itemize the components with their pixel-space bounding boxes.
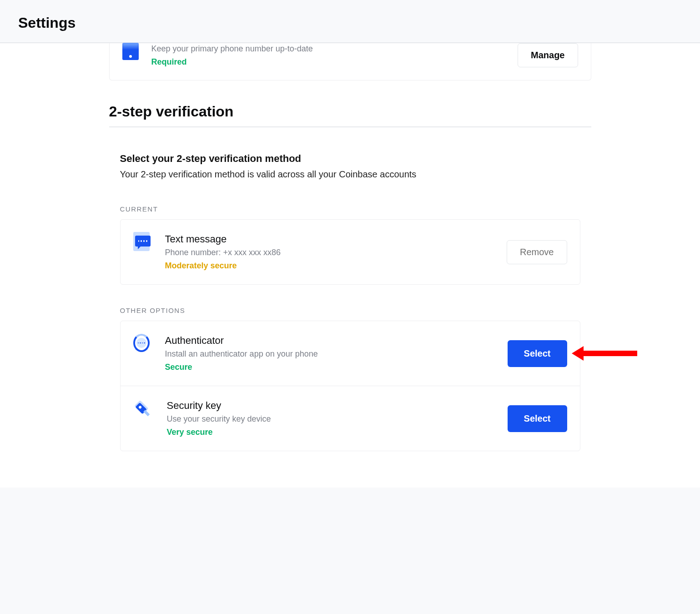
security-key-icon (133, 400, 151, 418)
option-authenticator-security: Secure (165, 362, 318, 372)
option-security-key-row: Security key Use your security key devic… (121, 386, 580, 451)
option-security-key-security: Very secure (167, 428, 271, 437)
authenticator-icon (133, 335, 150, 351)
page-title: Settings (18, 15, 682, 31)
phone-card-subtitle: Keep your primary phone number up-to-dat… (151, 44, 313, 54)
option-authenticator-detail: Install an authenticator app on your pho… (165, 349, 318, 359)
select-authenticator-button[interactable]: Select (508, 340, 567, 367)
two-step-description: Your 2-step verification method is valid… (120, 169, 580, 180)
option-authenticator-row: Authenticator Install an authenticator a… (121, 321, 580, 386)
current-method-title: Text message (165, 233, 281, 245)
select-security-key-button[interactable]: Select (508, 405, 567, 432)
phone-icon (122, 43, 139, 60)
current-method-security: Moderately secure (165, 261, 281, 271)
current-method-detail: Phone number: +x xxx xxx xx86 (165, 248, 281, 257)
manage-phone-button[interactable]: Manage (518, 43, 578, 67)
current-method-row: Text message Phone number: +x xxx xxx xx… (121, 220, 580, 284)
two-step-subhead: Select your 2-step verification method (120, 153, 580, 165)
other-options-label: OTHER OPTIONS (120, 307, 580, 314)
option-security-key-title: Security key (167, 400, 271, 412)
content-area: +X XXX XXX XX86 Keep your primary phone … (0, 43, 700, 488)
current-method-card: Text message Phone number: +x xxx xxx xx… (120, 219, 580, 285)
phone-number-card: +X XXX XXX XX86 Keep your primary phone … (109, 43, 591, 81)
text-message-icon (133, 233, 150, 250)
settings-header: Settings (0, 0, 700, 43)
phone-card-status: Required (151, 57, 313, 67)
section-divider (109, 126, 591, 127)
remove-method-button[interactable]: Remove (507, 240, 567, 264)
option-security-key-detail: Use your security key device (167, 414, 271, 424)
current-label: CURRENT (120, 205, 580, 213)
two-step-heading: 2-step verification (109, 103, 591, 120)
other-options-card: Authenticator Install an authenticator a… (120, 321, 580, 451)
option-authenticator-title: Authenticator (165, 335, 318, 347)
